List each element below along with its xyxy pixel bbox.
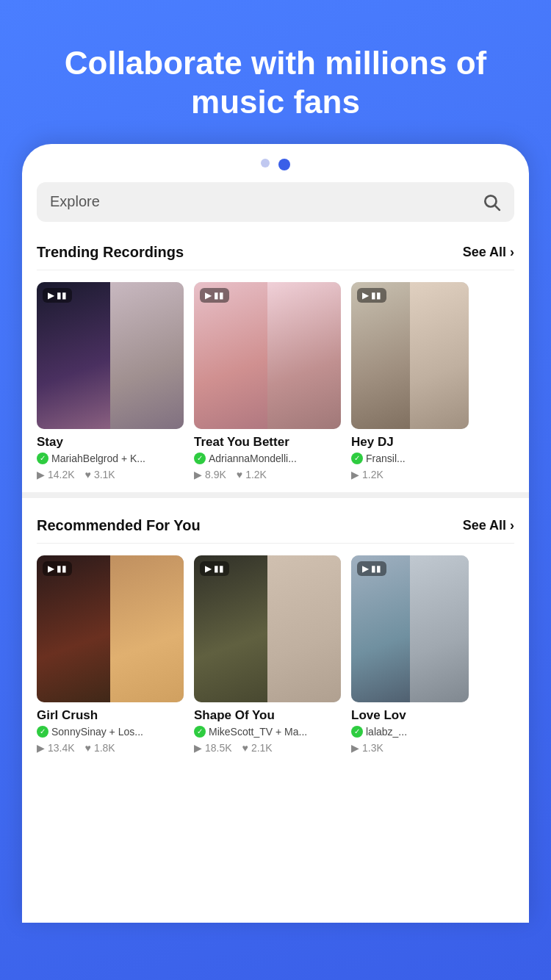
verified-icon-1: ✓ — [37, 453, 48, 464]
video-badge-2: ▶ ▮▮ — [200, 288, 229, 303]
recommended-cards: ▶ ▮▮ Girl Crush ✓ SonnySinay + Los... ▶ … — [37, 555, 514, 754]
rec-plays-count-3: 1.3K — [362, 742, 383, 754]
header: Collaborate with millions of music fans — [0, 0, 551, 144]
rec-card-title-2: Shape Of You — [194, 708, 341, 723]
rec-verified-icon-3: ✓ — [351, 726, 363, 738]
likes-count-2: 1.2K — [245, 469, 267, 480]
rec-card-title-3: Love Lov — [351, 708, 469, 723]
search-placeholder: Explore — [50, 193, 100, 210]
verified-icon-2: ✓ — [194, 453, 206, 464]
rec-card-thumb-1: ▶ ▮▮ — [37, 555, 184, 702]
rec-video-icon-1: ▶ ▮▮ — [48, 563, 67, 574]
rec-video-icon-2: ▶ ▮▮ — [205, 563, 224, 574]
rec-plays-stat-3: ▶ 1.3K — [351, 742, 383, 754]
rec-artist-name-3: lalabz_... — [366, 726, 407, 738]
video-icon-1: ▶ ▮▮ — [48, 290, 67, 300]
pagination-dots — [22, 159, 529, 170]
phone-mockup: Explore Trending Recordings See All ▶ ▮▮ — [22, 144, 529, 923]
recommended-header: Recommended For You See All — [37, 510, 514, 544]
artist-name-3: Fransil... — [366, 453, 406, 464]
header-title: Collaborate with millions of music fans — [44, 44, 507, 122]
card-title-3: Hey DJ — [351, 435, 469, 450]
card-thumb-3: ▶ ▮▮ — [351, 282, 469, 429]
search-bar[interactable]: Explore — [37, 182, 514, 222]
plays-count-3: 1.2K — [362, 469, 383, 480]
trending-cards: ▶ ▮▮ Stay ✓ MariahBelgrod + K... ▶ 14.2K… — [37, 282, 514, 480]
card-artist-3: ✓ Fransil... — [351, 453, 469, 464]
trending-card-2[interactable]: ▶ ▮▮ Treat You Better ✓ AdriannaMondelli… — [194, 282, 341, 480]
plays-count-2: 8.9K — [205, 469, 226, 480]
plays-stat-2: ▶ 8.9K — [194, 469, 226, 480]
rec-card-thumb-2: ▶ ▮▮ — [194, 555, 341, 702]
search-icon — [482, 192, 501, 212]
svg-line-1 — [495, 205, 500, 209]
card-artist-2: ✓ AdriannaMondelli... — [194, 453, 341, 464]
video-badge-1: ▶ ▮▮ — [43, 288, 72, 303]
rec-card-stats-3: ▶ 1.3K — [351, 742, 469, 754]
section-divider — [22, 492, 529, 498]
card-stats-3: ▶ 1.2K — [351, 469, 469, 480]
rec-artist-name-2: MikeScott_TV + Ma... — [209, 726, 307, 738]
likes-count-1: 3.1K — [94, 469, 115, 480]
heart-icon-1: ♥ — [85, 469, 91, 480]
dot-1 — [261, 159, 270, 167]
recommended-see-all[interactable]: See All — [463, 518, 514, 533]
rec-video-icon-3: ▶ ▮▮ — [362, 563, 381, 574]
rec-play-icon-2: ▶ — [194, 742, 202, 754]
rec-card-stats-1: ▶ 13.4K ♥ 1.8K — [37, 742, 184, 754]
rec-verified-icon-1: ✓ — [37, 726, 48, 738]
artist-name-1: MariahBelgrod + K... — [51, 453, 145, 464]
trending-card-1[interactable]: ▶ ▮▮ Stay ✓ MariahBelgrod + K... ▶ 14.2K… — [37, 282, 184, 480]
artist-name-2: AdriannaMondelli... — [209, 453, 297, 464]
recommended-card-3[interactable]: ▶ ▮▮ Love Lov ✓ lalabz_... ▶ 1.3K — [351, 555, 469, 754]
rec-verified-icon-2: ✓ — [194, 726, 206, 738]
likes-stat-2: ♥ 1.2K — [237, 469, 267, 480]
card-thumb-1: ▶ ▮▮ — [37, 282, 184, 429]
rec-plays-stat-2: ▶ 18.5K — [194, 742, 232, 754]
recommended-card-2[interactable]: ▶ ▮▮ Shape Of You ✓ MikeScott_TV + Ma...… — [194, 555, 341, 754]
rec-card-artist-2: ✓ MikeScott_TV + Ma... — [194, 726, 341, 738]
trending-section: Trending Recordings See All ▶ ▮▮ Stay ✓ — [22, 237, 529, 480]
trending-header: Trending Recordings See All — [37, 237, 514, 270]
video-badge-3: ▶ ▮▮ — [357, 288, 386, 303]
rec-video-badge-1: ▶ ▮▮ — [43, 561, 72, 576]
play-icon-2: ▶ — [194, 469, 202, 480]
card-title-1: Stay — [37, 435, 184, 450]
card-stats-2: ▶ 8.9K ♥ 1.2K — [194, 469, 341, 480]
card-stats-1: ▶ 14.2K ♥ 3.1K — [37, 469, 184, 480]
trending-card-3[interactable]: ▶ ▮▮ Hey DJ ✓ Fransil... ▶ 1.2K — [351, 282, 469, 480]
rec-heart-icon-2: ♥ — [242, 742, 248, 754]
rec-likes-count-2: 2.1K — [251, 742, 273, 754]
rec-plays-count-2: 18.5K — [205, 742, 232, 754]
rec-heart-icon-1: ♥ — [85, 742, 91, 754]
card-thumb-2: ▶ ▮▮ — [194, 282, 341, 429]
rec-play-icon-1: ▶ — [37, 742, 45, 754]
card-title-2: Treat You Better — [194, 435, 341, 450]
video-icon-2: ▶ ▮▮ — [205, 290, 224, 300]
play-icon-1: ▶ — [37, 469, 45, 480]
rec-artist-name-1: SonnySinay + Los... — [51, 726, 143, 738]
rec-video-badge-2: ▶ ▮▮ — [200, 561, 229, 576]
likes-stat-1: ♥ 3.1K — [85, 469, 115, 480]
recommended-card-1[interactable]: ▶ ▮▮ Girl Crush ✓ SonnySinay + Los... ▶ … — [37, 555, 184, 754]
trending-see-all[interactable]: See All — [463, 245, 514, 260]
rec-play-icon-3: ▶ — [351, 742, 359, 754]
plays-count-1: 14.2K — [48, 469, 75, 480]
dot-2 — [278, 159, 290, 170]
rec-likes-stat-1: ♥ 1.8K — [85, 742, 115, 754]
rec-plays-count-1: 13.4K — [48, 742, 75, 754]
card-artist-1: ✓ MariahBelgrod + K... — [37, 453, 184, 464]
rec-card-artist-3: ✓ lalabz_... — [351, 726, 469, 738]
rec-card-stats-2: ▶ 18.5K ♥ 2.1K — [194, 742, 341, 754]
rec-likes-count-1: 1.8K — [94, 742, 115, 754]
rec-video-badge-3: ▶ ▮▮ — [357, 561, 386, 576]
recommended-section: Recommended For You See All ▶ ▮▮ Girl Cr… — [22, 510, 529, 754]
recommended-title: Recommended For You — [37, 517, 201, 534]
video-icon-3: ▶ ▮▮ — [362, 290, 381, 300]
play-icon-3: ▶ — [351, 469, 359, 480]
rec-plays-stat-1: ▶ 13.4K — [37, 742, 75, 754]
rec-card-artist-1: ✓ SonnySinay + Los... — [37, 726, 184, 738]
rec-card-thumb-3: ▶ ▮▮ — [351, 555, 469, 702]
plays-stat-3: ▶ 1.2K — [351, 469, 383, 480]
rec-card-title-1: Girl Crush — [37, 708, 184, 723]
